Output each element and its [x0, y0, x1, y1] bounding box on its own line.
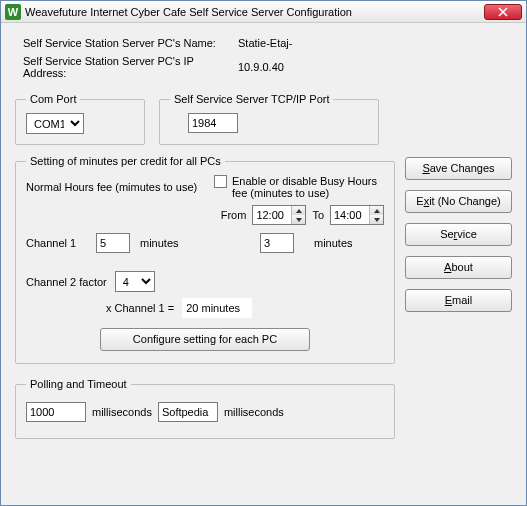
- from-time-input[interactable]: [253, 206, 291, 224]
- titlebar: W Weavefuture Internet Cyber Cafe Self S…: [1, 1, 526, 23]
- save-button[interactable]: Save Changes: [405, 157, 512, 180]
- tcpport-input[interactable]: [188, 113, 238, 133]
- about-button[interactable]: About: [405, 256, 512, 279]
- channel1-label: Channel 1: [26, 237, 86, 249]
- window-title: Weavefuture Internet Cyber Cafe Self Ser…: [25, 6, 484, 18]
- channel1-input[interactable]: [96, 233, 130, 253]
- polling-unit-2: milliseconds: [224, 406, 284, 418]
- from-time-spinner[interactable]: [252, 205, 306, 225]
- minutes-label-1: minutes: [140, 237, 179, 249]
- close-button[interactable]: [484, 4, 522, 20]
- to-label: To: [312, 209, 324, 221]
- email-button[interactable]: Email: [405, 289, 512, 312]
- channel2-label: Channel 2 factor: [26, 276, 107, 288]
- normal-hours-label: Normal Hours fee (mimutes to use): [26, 181, 197, 193]
- busy-minutes-input[interactable]: [260, 233, 294, 253]
- comport-select[interactable]: COM1: [26, 113, 84, 134]
- settings-legend: Setting of minutes per credit for all PC…: [26, 155, 225, 167]
- polling-input-2[interactable]: [158, 402, 218, 422]
- settings-fieldset: Setting of minutes per credit for all PC…: [15, 155, 395, 364]
- busy-hours-checkbox[interactable]: [214, 175, 227, 188]
- service-button[interactable]: Service: [405, 223, 512, 246]
- exit-button[interactable]: Exit (No Change): [405, 190, 512, 213]
- button-column: Save Changes Exit (No Change) Service Ab…: [405, 155, 512, 364]
- tcpport-legend: Self Service Server TCP/IP Port: [170, 93, 333, 105]
- server-ip-value: 10.9.0.40: [238, 61, 284, 73]
- config-window: W Weavefuture Internet Cyber Cafe Self S…: [0, 0, 527, 506]
- app-icon: W: [5, 4, 21, 20]
- xchan-label: x Channel 1 =: [106, 302, 174, 314]
- polling-input-1[interactable]: [26, 402, 86, 422]
- minutes-label-2: minutes: [314, 237, 384, 249]
- server-name-value: Statie-Etaj-: [238, 37, 292, 49]
- spin-down-icon[interactable]: [291, 215, 305, 224]
- polling-unit-1: milliseconds: [92, 406, 152, 418]
- comport-legend: Com Port: [26, 93, 80, 105]
- tcpport-fieldset: Self Service Server TCP/IP Port: [159, 93, 379, 145]
- from-label: From: [221, 209, 247, 221]
- busy-hours-label: Enable or disable Busy Hours fee (minute…: [232, 175, 384, 199]
- configure-per-pc-button[interactable]: Configure setting for each PC: [100, 328, 310, 351]
- spin-up-icon[interactable]: [369, 206, 383, 215]
- channel2-select[interactable]: 4: [115, 271, 155, 292]
- polling-fieldset: Polling and Timeout milliseconds millise…: [15, 378, 395, 439]
- polling-legend: Polling and Timeout: [26, 378, 131, 390]
- server-ip-label: Self Service Station Server PC's IP Addr…: [23, 55, 238, 79]
- server-name-label: Self Service Station Server PC's Name:: [23, 37, 238, 49]
- to-time-spinner[interactable]: [330, 205, 384, 225]
- xchan-result: [182, 298, 252, 318]
- spin-up-icon[interactable]: [291, 206, 305, 215]
- server-info: Self Service Station Server PC's Name: S…: [23, 37, 512, 79]
- comport-fieldset: Com Port COM1: [15, 93, 145, 145]
- spin-down-icon[interactable]: [369, 215, 383, 224]
- window-body: Self Service Station Server PC's Name: S…: [1, 23, 526, 449]
- close-icon: [498, 7, 508, 17]
- to-time-input[interactable]: [331, 206, 369, 224]
